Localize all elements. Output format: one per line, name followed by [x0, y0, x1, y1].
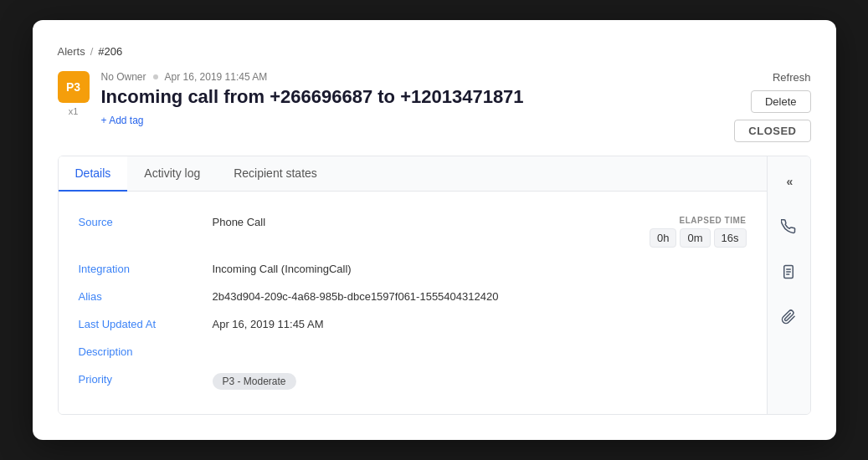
status-badge: CLOSED [734, 120, 810, 142]
header-actions: Refresh Delete CLOSED [734, 71, 810, 142]
paperclip-icon-button[interactable] [773, 302, 804, 332]
main-window: Alerts / #206 P3 x1 No Owner Apr 16, 201… [33, 20, 836, 440]
last-updated-row: Last Updated At Apr 16, 2019 11:45 AM [79, 310, 747, 338]
owner-dot [153, 74, 158, 79]
tab-activity-log[interactable]: Activity log [127, 156, 217, 192]
integration-row: Integration Incoming Call (IncomingCall) [79, 255, 747, 283]
delete-button[interactable]: Delete [751, 90, 811, 113]
alias-label: Alias [79, 290, 213, 303]
priority-badge-wrapper: P3 x1 [58, 71, 90, 116]
priority-badge: P3 [58, 71, 90, 103]
elapsed-label: ELAPSED TIME [650, 216, 747, 225]
source-value: Phone Call [213, 216, 650, 228]
alert-header: P3 x1 No Owner Apr 16, 2019 11:45 AM Inc… [58, 71, 811, 142]
add-tag-button[interactable]: + Add tag [101, 115, 524, 126]
tab-details[interactable]: Details [59, 156, 128, 192]
multiplier: x1 [69, 106, 79, 116]
breadcrumb: Alerts / #206 [58, 45, 811, 58]
document-icon [781, 264, 796, 279]
priority-label: Priority [79, 373, 213, 386]
alert-meta: No Owner Apr 16, 2019 11:45 AM Incoming … [101, 71, 524, 126]
collapse-button[interactable]: « [773, 166, 804, 197]
alert-owner-row: No Owner Apr 16, 2019 11:45 AM [101, 71, 524, 83]
paperclip-icon [781, 309, 796, 325]
elapsed-value: 0h 0m 16s [650, 228, 747, 248]
priority-row: Priority P3 - Moderate [79, 365, 747, 397]
content-panel: Details Activity log Recipient states So… [59, 156, 767, 414]
description-row: Description [79, 338, 747, 365]
breadcrumb-separator: / [90, 45, 94, 58]
details-grid: Source Phone Call ELAPSED TIME 0h 0m 16s… [59, 192, 767, 414]
integration-value: Incoming Call (IncomingCall) [213, 263, 747, 275]
breadcrumb-parent[interactable]: Alerts [58, 45, 85, 58]
elapsed-minutes: 0m [680, 228, 710, 248]
phone-icon [781, 219, 796, 234]
tabs: Details Activity log Recipient states [59, 156, 767, 192]
phone-icon-button[interactable] [773, 212, 804, 242]
alert-date: Apr 16, 2019 11:45 AM [165, 71, 268, 83]
elapsed-seconds: 16s [714, 228, 747, 248]
last-updated-label: Last Updated At [79, 318, 213, 330]
alias-row: Alias 2b43d904-209c-4a68-985b-dbce1597f0… [79, 283, 747, 310]
alert-title: Incoming call from +266696687 to +120134… [101, 86, 524, 108]
sidebar-icons: « [767, 156, 810, 414]
description-label: Description [79, 345, 213, 358]
elapsed-block: ELAPSED TIME 0h 0m 16s [650, 216, 747, 248]
collapse-icon: « [787, 175, 791, 188]
main-area: Details Activity log Recipient states So… [58, 156, 811, 415]
document-icon-button[interactable] [773, 257, 804, 287]
tab-recipient-states[interactable]: Recipient states [217, 156, 334, 192]
priority-pill: P3 - Moderate [213, 373, 296, 390]
last-updated-value: Apr 16, 2019 11:45 AM [213, 318, 747, 330]
alias-value: 2b43d904-209c-4a68-985b-dbce1597f061-155… [213, 290, 747, 303]
elapsed-hours: 0h [650, 228, 676, 248]
alert-info: P3 x1 No Owner Apr 16, 2019 11:45 AM Inc… [58, 71, 524, 126]
source-label: Source [79, 216, 213, 228]
priority-value: P3 - Moderate [213, 373, 747, 390]
refresh-button[interactable]: Refresh [773, 71, 811, 84]
owner-label: No Owner [101, 71, 146, 83]
integration-label: Integration [79, 263, 213, 275]
breadcrumb-child: #206 [98, 45, 122, 58]
source-row: Source Phone Call ELAPSED TIME 0h 0m 16s [79, 208, 747, 255]
